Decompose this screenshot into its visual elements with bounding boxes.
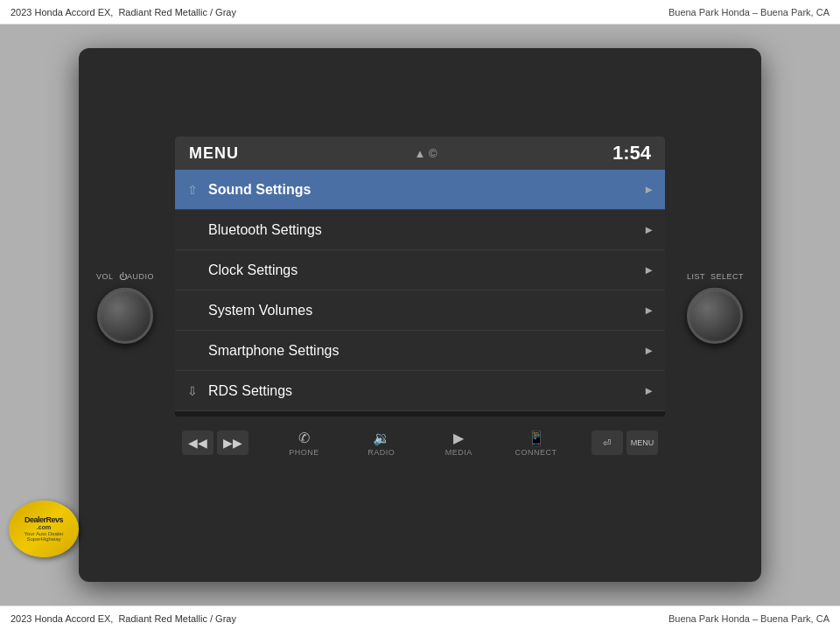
- top-bar-left: 2023 Honda Accord EX, Radiant Red Metall…: [10, 7, 236, 18]
- media-button[interactable]: ▶ MEDIA: [437, 430, 480, 457]
- top-car-model: 2023 Honda Accord EX,: [10, 7, 113, 18]
- sound-settings-label: Sound Settings: [208, 182, 643, 198]
- screen-header: MENU ▲ © 1:54: [175, 136, 665, 170]
- arrow-up-icon: ⇧: [186, 183, 200, 197]
- connect-button[interactable]: 📱 CONNECT: [514, 430, 558, 457]
- bluetooth-settings-label: Bluetooth Settings: [208, 222, 643, 238]
- chevron-right-icon-1: ►: [643, 223, 654, 236]
- clock-settings-label: Clock Settings: [208, 262, 643, 278]
- chevron-right-icon-0: ►: [643, 183, 654, 196]
- back-menu-buttons: ⏎ MENU: [592, 430, 658, 455]
- menu-item-smartphone-settings[interactable]: Smartphone Settings ►: [175, 331, 665, 371]
- transport-buttons: ◀◀ ▶▶: [182, 430, 248, 455]
- menu-list: ⇧ Sound Settings ► Bluetooth Settings ► …: [175, 170, 665, 411]
- left-knob-area: VOL ⏻AUDIO: [96, 272, 154, 344]
- chevron-right-icon-2: ►: [643, 263, 654, 276]
- menu-button[interactable]: MENU: [626, 430, 658, 455]
- menu-item-bluetooth-settings[interactable]: Bluetooth Settings ►: [175, 210, 665, 250]
- chevron-right-icon-3: ►: [643, 304, 654, 317]
- vol-label: VOL: [96, 272, 114, 281]
- right-knob[interactable]: [687, 288, 743, 344]
- rds-settings-label: RDS Settings: [208, 383, 643, 399]
- radio-icon: 🔉: [373, 430, 390, 446]
- connect-icon: 📱: [528, 430, 545, 446]
- infotainment-unit: VOL ⏻AUDIO LIST SELECT MENU ▲ © 1:54: [79, 48, 761, 582]
- phone-icon: ✆: [298, 430, 310, 446]
- screen-title: MENU: [189, 144, 239, 163]
- dealer-logo-inner: DealerRevs .com Your Auto Dealer SuperHi…: [9, 500, 79, 557]
- screen-time: 1:54: [612, 142, 651, 164]
- chevron-right-icon-4: ►: [643, 344, 654, 357]
- top-color-trim: Radiant Red Metallic / Gray: [118, 7, 236, 18]
- smartphone-settings-label: Smartphone Settings: [208, 343, 643, 359]
- back-button[interactable]: ⏎: [592, 430, 623, 455]
- right-knob-labels: LIST SELECT: [687, 272, 744, 281]
- bottom-car-model: 2023 Honda Accord EX,: [10, 613, 113, 624]
- media-icon: ▶: [453, 430, 464, 446]
- controls-row: ◀◀ ▶▶ ✆ PHONE 🔉 RADIO ▶ MEDIA 📱 CONNEC: [175, 418, 665, 467]
- top-dealer-name: Buena Park Honda – Buena Park, CA: [668, 7, 830, 18]
- connect-label: CONNECT: [515, 448, 557, 457]
- arrow-down-icon: ⇩: [186, 384, 200, 398]
- left-knob[interactable]: [97, 288, 153, 344]
- next-track-button[interactable]: ▶▶: [217, 430, 248, 455]
- phone-button[interactable]: ✆ PHONE: [282, 430, 326, 457]
- screen-nav-icons: ▲ ©: [414, 147, 437, 160]
- menu-item-rds-settings[interactable]: ⇩ RDS Settings ►: [175, 371, 665, 411]
- dealer-logo-text2: .com: [37, 524, 51, 530]
- nav-icon: ▲ ©: [414, 147, 437, 160]
- media-label: MEDIA: [445, 448, 472, 457]
- menu-item-sound-settings[interactable]: ⇧ Sound Settings ►: [175, 170, 665, 210]
- dealer-logo-text1: DealerRevs: [24, 516, 63, 524]
- top-bar: 2023 Honda Accord EX, Radiant Red Metall…: [0, 0, 840, 24]
- prev-track-button[interactable]: ◀◀: [182, 430, 214, 455]
- right-knob-area: LIST SELECT: [687, 272, 744, 344]
- radio-label: RADIO: [368, 448, 395, 457]
- main-content: VOL ⏻AUDIO LIST SELECT MENU ▲ © 1:54: [0, 24, 840, 606]
- phone-label: PHONE: [289, 448, 319, 457]
- menu-item-clock-settings[interactable]: Clock Settings ►: [175, 250, 665, 290]
- select-label: SELECT: [710, 272, 744, 281]
- list-label: LIST: [687, 272, 705, 281]
- audio-label: ⏻AUDIO: [119, 272, 155, 281]
- menu-item-system-volumes[interactable]: System Volumes ►: [175, 290, 665, 331]
- left-knob-labels: VOL ⏻AUDIO: [96, 272, 154, 281]
- radio-button[interactable]: 🔉 RADIO: [360, 430, 403, 457]
- chevron-right-icon-5: ►: [643, 384, 654, 397]
- dealer-logo-tagline: Your Auto Dealer SuperHighway: [9, 531, 79, 542]
- dealer-logo: DealerRevs .com Your Auto Dealer SuperHi…: [9, 500, 88, 570]
- bottom-dealer-name: Buena Park Honda – Buena Park, CA: [668, 613, 830, 624]
- bottom-bar-left: 2023 Honda Accord EX, Radiant Red Metall…: [10, 613, 236, 624]
- system-volumes-label: System Volumes: [208, 303, 643, 318]
- bottom-bar: 2023 Honda Accord EX, Radiant Red Metall…: [0, 606, 840, 630]
- infotainment-screen: MENU ▲ © 1:54 ⇧ Sound Settings ► Bluetoo…: [175, 136, 665, 416]
- bottom-color-trim: Radiant Red Metallic / Gray: [118, 613, 236, 624]
